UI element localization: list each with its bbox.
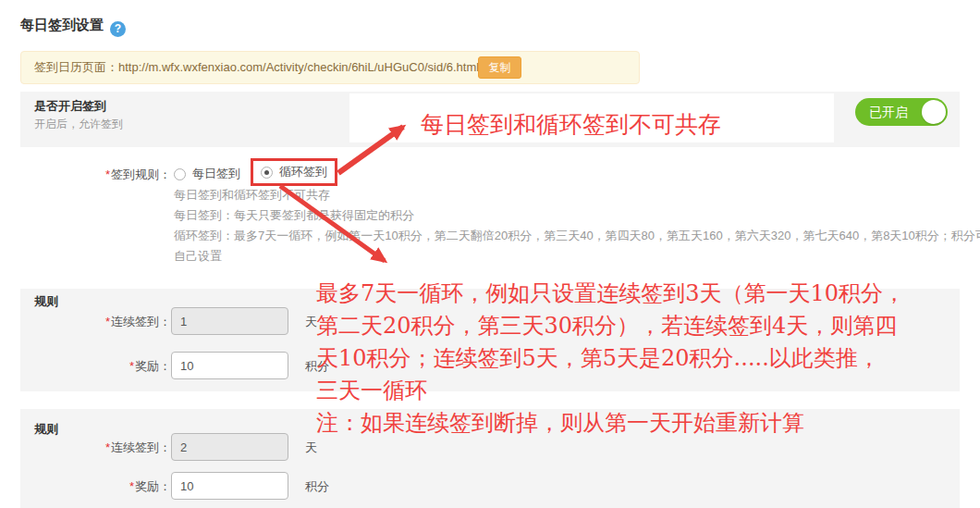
reward-input[interactable] bbox=[171, 352, 288, 379]
days-unit: 天 bbox=[305, 440, 317, 456]
annotation-line: 注：如果连续签到断掉，则从第一天开始重新计算 bbox=[316, 407, 905, 440]
rule-card-title: 规则 bbox=[34, 293, 58, 310]
radio-cycle-circle-icon[interactable] bbox=[261, 167, 273, 179]
reward-label: *奖励： bbox=[39, 478, 171, 495]
consecutive-days-input bbox=[171, 433, 288, 461]
radio-daily-checkin[interactable]: 每日签到 bbox=[174, 166, 240, 182]
points-unit: 积分 bbox=[305, 478, 329, 495]
page-title-row: 每日签到设置? bbox=[20, 17, 126, 37]
checkin-url-text: 签到日历页面：http://m.wfx.wxfenxiao.com/Activi… bbox=[34, 52, 479, 83]
rule-type-label: *签到规则： bbox=[20, 167, 171, 183]
rule-desc-line: 每日签到：每天只要签到都是获得固定的积分 bbox=[174, 207, 414, 224]
rule-desc-line: 循环签到：最多7天一循环，例如第一天10积分，第二天翻倍20积分，第三天40，第… bbox=[174, 228, 980, 244]
annotation-note-top: 每日签到和循环签到不可共存 bbox=[421, 109, 721, 140]
help-icon[interactable]: ? bbox=[110, 21, 126, 37]
enable-checkin-subtitle: 开启后，允许签到 bbox=[34, 117, 123, 132]
reward-label: *奖励： bbox=[39, 358, 171, 375]
rule-desc-line: 自己设置 bbox=[174, 248, 222, 265]
radio-daily-label: 每日签到 bbox=[192, 166, 240, 182]
daily-checkin-settings-page: 每日签到设置? 签到日历页面：http://m.wfx.wxfenxiao.co… bbox=[0, 0, 980, 508]
consecutive-days-label: *连续签到： bbox=[39, 440, 171, 456]
annotation-line: 最多7天一循环，例如只设置连续签到3天（第一天10积分， bbox=[316, 278, 905, 310]
annotation-line: 第二天20积分，第三天30积分），若连续签到4天，则第四 bbox=[316, 310, 905, 342]
checkin-toggle-label: 已开启 bbox=[869, 98, 908, 126]
consecutive-days-label: *连续签到： bbox=[39, 314, 171, 330]
radio-cycle-checkin[interactable]: 循环签到 bbox=[261, 164, 327, 180]
annotation-highlight-box: 循环签到 bbox=[251, 158, 337, 186]
rule-desc-line: 每日签到和循环签到不可共存 bbox=[174, 187, 330, 204]
page-title: 每日签到设置 bbox=[20, 17, 104, 32]
checkin-url-label: 签到日历页面： bbox=[34, 60, 118, 74]
reward-input[interactable] bbox=[171, 472, 288, 500]
annotation-line: 天10积分；连续签到5天，第5天是20积分.....以此类推， bbox=[316, 342, 905, 375]
annotation-note-block: 最多7天一循环，例如只设置连续签到3天（第一天10积分， 第二天20积分，第三天… bbox=[316, 278, 905, 440]
enable-checkin-title: 是否开启签到 bbox=[34, 98, 106, 115]
copy-button[interactable]: 复制 bbox=[478, 56, 521, 79]
annotation-line: 三天一循环 bbox=[316, 375, 905, 407]
rule-card-title: 规则 bbox=[34, 421, 58, 438]
checkin-url-bar: 签到日历页面：http://m.wfx.wxfenxiao.com/Activi… bbox=[20, 51, 640, 84]
consecutive-days-input bbox=[171, 307, 288, 335]
checkin-toggle[interactable]: 已开启 bbox=[855, 98, 948, 126]
required-mark: * bbox=[105, 167, 110, 181]
radio-cycle-label: 循环签到 bbox=[279, 164, 327, 180]
checkin-url: http://m.wfx.wxfenxiao.com/Activity/chec… bbox=[118, 60, 479, 74]
checkin-toggle-knob[interactable] bbox=[922, 100, 946, 124]
radio-daily-circle-icon[interactable] bbox=[174, 168, 186, 180]
